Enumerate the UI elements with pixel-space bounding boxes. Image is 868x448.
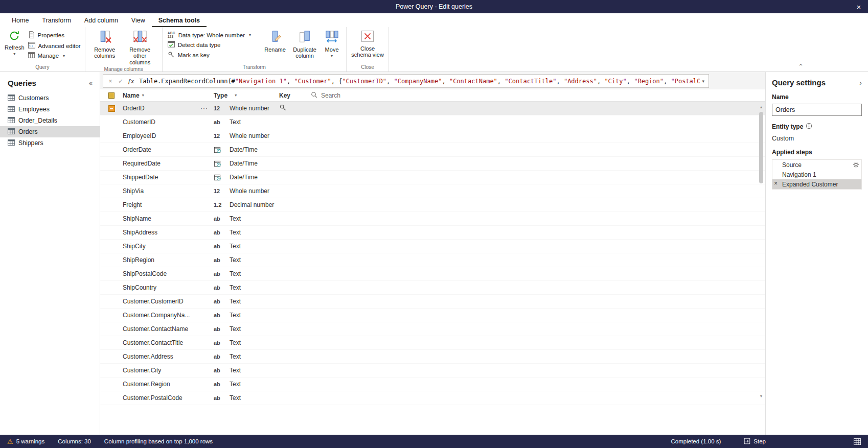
scroll-up-arrow[interactable]: ▲ (758, 104, 765, 111)
vertical-scrollbar[interactable]: ▲ ▼ (758, 104, 765, 400)
row-select-cell[interactable] (100, 105, 123, 112)
table-row[interactable]: RequiredDateDate/Time (100, 157, 765, 171)
table-row[interactable]: Customer.ContactTitleabText (100, 336, 765, 350)
delete-step-icon[interactable]: × (774, 180, 778, 187)
table-row[interactable]: Customer.CityabText (100, 364, 765, 378)
table-row[interactable]: ShipAddressabText (100, 226, 765, 240)
row-menu-icon[interactable]: ··· (200, 105, 214, 112)
center-column: × ✓ ƒx Table.ExpandRecordColumn(#"Naviga… (100, 72, 765, 435)
type-label: Whole number (230, 187, 269, 195)
table-row[interactable]: Customer.ContactNameabText (100, 322, 765, 336)
tab-add-column[interactable]: Add column (78, 14, 125, 27)
table-row[interactable]: ShippedDateDate/Time (100, 171, 765, 184)
formula-cancel-icon[interactable]: × (105, 78, 116, 85)
warnings-status[interactable]: ⚠ 5 warnings (7, 438, 44, 445)
collapse-queries-icon[interactable]: « (89, 79, 93, 87)
schema-rows: OrderID···12Whole numberCustomerIDabText… (100, 102, 765, 435)
query-name-input[interactable] (772, 104, 862, 116)
close-schema-view-button[interactable]: Close schema view (350, 29, 385, 59)
formula-check-icon[interactable]: ✓ (116, 78, 126, 85)
duplicate-column-button[interactable]: Duplicate column (289, 29, 321, 60)
table-row[interactable]: ShipPostalCodeabText (100, 267, 765, 281)
applied-step-navigation-1[interactable]: Navigation 1 (772, 170, 861, 179)
queries-title: Queries (8, 79, 36, 87)
formula-input[interactable]: Table.ExpandRecordColumn(#"Navigation 1"… (136, 78, 700, 85)
grid-view-icon[interactable] (854, 438, 861, 445)
table-row[interactable]: OrderID···12Whole number (100, 102, 765, 115)
search-input[interactable] (321, 92, 408, 99)
detect-data-type-label: Detect data type (178, 42, 221, 48)
step-button[interactable]: Step (744, 438, 766, 445)
table-row[interactable]: ShipCountryabText (100, 281, 765, 295)
table-row[interactable]: CustomerIDabText (100, 115, 765, 129)
table-icon (8, 95, 15, 102)
data-type-dropdown[interactable]: ABC123 Data type: Whole number ▾ (168, 32, 251, 38)
rename-button[interactable]: Rename (261, 29, 289, 53)
table-row[interactable]: Customer.AddressabText (100, 350, 765, 364)
properties-button[interactable]: Properties (28, 31, 81, 39)
tab-transform[interactable]: Transform (35, 14, 78, 27)
detect-data-type-button[interactable]: Detect data type (168, 41, 251, 49)
field-name: Customer.CustomerID (123, 298, 200, 305)
table-row[interactable]: Freight1.2Decimal number (100, 198, 765, 212)
advanced-editor-button[interactable]: Advanced editor (28, 42, 81, 50)
step-settings-gear-icon[interactable] (853, 161, 859, 170)
field-name: Freight (123, 201, 200, 208)
applied-step-source[interactable]: Source (772, 160, 861, 170)
table-row[interactable]: ShipCityabText (100, 240, 765, 253)
move-button[interactable]: Move ▾ (321, 29, 343, 58)
select-all-checkbox[interactable] (108, 92, 115, 99)
query-item-order_details[interactable]: Order_Details (0, 115, 100, 126)
field-name: ShipCountry (123, 284, 200, 291)
tab-home[interactable]: Home (5, 14, 35, 27)
chevron-down-icon: ▾ (235, 93, 237, 98)
collapse-settings-icon[interactable]: › (859, 78, 862, 87)
field-name: Customer.ContactName (123, 325, 200, 333)
manage-button[interactable]: Manage ▾ (28, 52, 81, 59)
formula-expand-icon[interactable]: ▾ (700, 79, 706, 84)
table-row[interactable]: Customer.CustomerIDabText (100, 295, 765, 309)
step-label: Step (753, 438, 766, 444)
scroll-down-arrow[interactable]: ▼ (758, 393, 765, 400)
table-row[interactable]: Customer.PostalCodeabText (100, 391, 765, 405)
table-row[interactable]: ShipRegionabText (100, 253, 765, 267)
query-item-label: Orders (18, 128, 38, 135)
data-type-label: Data type: Whole number (178, 32, 245, 38)
row-checkbox-checked[interactable] (108, 105, 115, 112)
table-icon (8, 117, 15, 125)
type-header-label: Type (214, 92, 227, 99)
search-box[interactable] (311, 91, 765, 100)
table-row[interactable]: Customer.CompanyNa...abText (100, 309, 765, 322)
applied-step-expanded-customer[interactable]: ×Expanded Customer (772, 179, 861, 189)
chevron-down-icon: ▾ (331, 54, 333, 58)
table-row[interactable]: EmployeeID12Whole number (100, 129, 765, 143)
type-label: Text (230, 270, 241, 277)
chevron-down-icon: ▾ (249, 33, 251, 37)
refresh-button[interactable]: Refresh ▾ (3, 29, 26, 56)
table-row[interactable]: OrderDateDate/Time (100, 143, 765, 157)
query-item-shippers[interactable]: Shippers (0, 137, 100, 149)
tab-schema-tools[interactable]: Schema tools (152, 14, 207, 27)
info-icon[interactable] (806, 123, 812, 131)
text-type-icon: ab (214, 229, 225, 235)
type-label: Text (230, 312, 241, 319)
query-item-employees[interactable]: Employees (0, 104, 100, 115)
field-name: Customer.City (123, 367, 200, 374)
table-row[interactable]: ShipNameabText (100, 212, 765, 226)
query-item-orders[interactable]: Orders (0, 126, 100, 137)
table-row[interactable]: Customer.RegionabText (100, 378, 765, 391)
table-row[interactable]: ShipVia12Whole number (100, 184, 765, 198)
step-label: Expanded Customer (782, 181, 838, 188)
tab-view[interactable]: View (125, 14, 152, 27)
field-name: RequiredDate (123, 160, 200, 167)
remove-columns-button[interactable]: Remove columns (88, 29, 121, 60)
remove-other-columns-button[interactable]: Remove other columns (121, 29, 159, 66)
column-header-type[interactable]: Type ▾ (214, 92, 276, 99)
type-label: Date/Time (230, 174, 258, 181)
query-item-customers[interactable]: Customers (0, 92, 100, 104)
collapse-ribbon-icon[interactable]: › (797, 64, 804, 66)
scrollbar-thumb[interactable] (759, 112, 763, 183)
close-window-button[interactable]: × (850, 0, 868, 13)
column-header-name[interactable]: Name ▾ (123, 92, 200, 99)
mark-as-key-button[interactable]: Mark as key (168, 51, 251, 59)
